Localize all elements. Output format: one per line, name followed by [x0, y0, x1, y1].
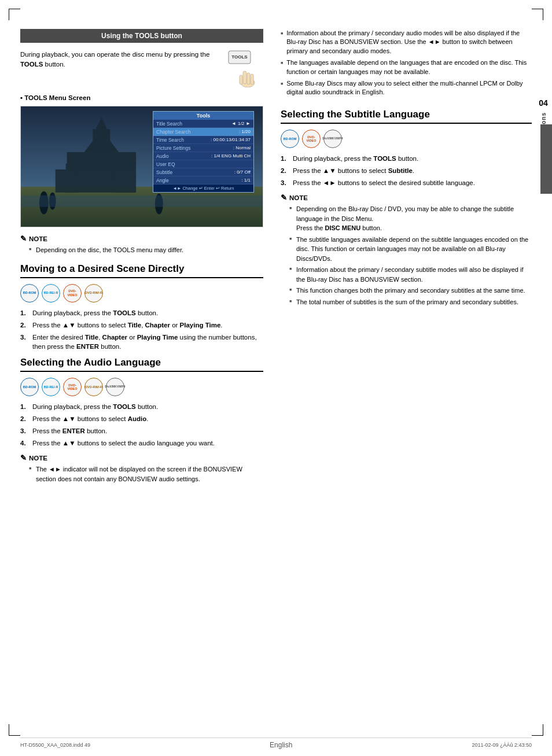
subtitle-note-text-1: Depending on the Blu-ray Disc / DVD, you… — [296, 205, 514, 231]
step-num-3: 3. — [20, 333, 30, 351]
audio-note-content: The ◄► indicator will not be displayed o… — [20, 464, 263, 484]
badge-dvd-video-moving: DVD-VIDEO — [63, 284, 82, 303]
audio-steps: 1. During playback, press the TOOLS butt… — [20, 402, 263, 448]
right-bullet-2: ■ The languages available depend on the … — [281, 58, 532, 76]
tools-note-header: ✎ NOTE — [20, 234, 263, 243]
row-label-picture: Picture Settings — [156, 145, 197, 151]
right-top-bullets: ■ Information about the primary / second… — [281, 29, 532, 97]
tools-menu-row-usereq: User EQ — [153, 160, 253, 168]
step-content-3: Enter the desired Title, Chapter or Play… — [32, 333, 263, 351]
tools-intro-para: During playback, you can operate the dis… — [20, 51, 209, 68]
right-bullet-1: ■ Information about the primary / second… — [281, 29, 532, 56]
subtitle-note-item-1: Depending on the Blu-ray Disc / DVD, you… — [289, 204, 532, 233]
badge-other-audio: DivX/MKV/MP4 — [106, 378, 124, 396]
audio-step-num-2: 2. — [20, 414, 30, 423]
row-value-title-search: ◄ 1/2 ► — [231, 121, 251, 126]
menu-screen-label: TOOLS Menu Screen — [20, 94, 263, 101]
subtitle-note-content: Depending on the Blu-ray Disc / DVD, you… — [281, 204, 532, 307]
right-bullet-3: ■ Some Blu-ray Discs may allow you to se… — [281, 79, 532, 97]
row-label-chapter-search: Chapter Search — [156, 129, 197, 135]
subtitle-note-section: ✎ NOTE Depending on the Blu-ray Disc / D… — [281, 193, 532, 307]
subtitle-section-heading: Selecting the Subtitle Language — [281, 109, 532, 124]
tools-menu-overlay: Tools Title Search ◄ 1/2 ► Chapter Searc… — [153, 111, 254, 193]
tools-menu-row-audio: Audio : 1/4 ENG Multi CH — [153, 152, 253, 160]
page-container: 04 Basic Functions Using the TOOLS butto… — [0, 0, 552, 756]
audio-badges: BD-ROM BD-RE/-R DVD-VIDEO DVD-RW/-R DivX… — [20, 378, 263, 396]
subtitle-step-content-2: Press the ▲▼ buttons to select Subtitle. — [293, 166, 532, 175]
badge-dvd-video-audio: DVD-VIDEO — [63, 378, 82, 396]
corner-mark-br — [532, 724, 543, 736]
tools-menu-row-subtitle: Subtitle : 0/7 Off — [153, 168, 253, 176]
audio-note-label: NOTE — [29, 455, 47, 462]
row-value-time-search: : 00:00:13/01:34:37 — [211, 137, 251, 142]
svg-rect-14 — [114, 164, 126, 193]
svg-rect-20 — [21, 196, 263, 207]
subtitle-note-text-2: The subtitle languages available depend … — [296, 236, 528, 262]
tools-button-icon: TOOLS — [226, 50, 263, 87]
subtitle-step-1: 1. During playback, press the TOOLS butt… — [281, 154, 532, 163]
audio-note-icon: ✎ — [20, 453, 27, 462]
audio-note-item-1: The ◄► indicator will not be displayed o… — [29, 464, 263, 484]
badge-dvd-rw-audio: DVD-RW/-R — [84, 378, 103, 396]
subtitle-note-label: NOTE — [289, 194, 308, 201]
page-footer: HT-D5500_XAA_0208.indd 49 English 2011-0… — [20, 737, 532, 749]
row-label-angle: Angle — [156, 178, 197, 183]
tools-note-label: NOTE — [29, 235, 47, 242]
arrow-right: ► — [246, 121, 251, 126]
footer-language: English — [270, 741, 292, 749]
corner-mark-tr — [532, 9, 543, 20]
tools-header: Using the TOOLS button — [20, 29, 263, 43]
right-bullet-text-3: Some Blu-ray Discs may allow you to sele… — [286, 79, 532, 97]
tools-menu-title: Tools — [153, 112, 253, 120]
subtitle-note-item-3: Information about the primary / secondar… — [289, 265, 532, 284]
svg-rect-11 — [93, 129, 110, 155]
badge-bd-rom-subtitle: BD-ROM — [281, 130, 299, 148]
moving-step-2: 2. Press the ▲▼ buttons to select Title,… — [20, 320, 263, 330]
note-icon: ✎ — [20, 234, 27, 243]
step-content-2: Press the ▲▼ buttons to select Title, Ch… — [32, 320, 263, 330]
badge-dvd-rw-moving: DVD-RW/-R — [84, 284, 103, 303]
audio-note-header: ✎ NOTE — [20, 453, 263, 462]
right-bullet-text-2: The languages available depend on the la… — [286, 58, 532, 76]
tools-menu-row-title-search: Title Search ◄ 1/2 ► — [153, 120, 253, 128]
corner-mark-tl — [9, 9, 20, 20]
bullet-icon-3: ■ — [281, 81, 283, 87]
step-num-1: 1. — [20, 308, 30, 318]
audio-step-num-3: 3. — [20, 426, 30, 436]
left-column: Using the TOOLS button During playback, … — [20, 29, 263, 492]
content-wrapper: Using the TOOLS button During playback, … — [0, 17, 552, 503]
tools-button-svg: TOOLS — [226, 50, 260, 87]
row-value-audio: : 1/4 ENG Multi CH — [211, 153, 251, 158]
subtitle-note-item-2: The subtitle languages available depend … — [289, 235, 532, 264]
svg-rect-3 — [243, 71, 246, 84]
tools-menu-row-time-search: Time Search : 00:00:13/01:34:37 — [153, 136, 253, 144]
row-label-usereq: User EQ — [156, 161, 197, 167]
row-value-chapter-search: : 1/20 — [239, 129, 251, 134]
audio-step-content-4: Press the ▲▼ buttons to select the audio… — [32, 438, 263, 448]
svg-rect-4 — [247, 73, 250, 84]
right-bullet-text-1: Information about the primary / secondar… — [286, 29, 532, 56]
tools-menu-row-angle: Angle : 1/1 — [153, 176, 253, 185]
audio-step-num-4: 4. — [20, 438, 30, 448]
audio-step-content-3: Press the ENTER button. — [32, 426, 263, 436]
audio-section-heading: Selecting the Audio Language — [20, 357, 263, 372]
badge-bd-re-audio: BD-RE/-R — [42, 378, 60, 396]
tools-note-content: Depending on the disc, the TOOLS menu ma… — [20, 245, 263, 255]
subtitle-step-2: 2. Press the ▲▼ buttons to select Subtit… — [281, 166, 532, 175]
subtitle-badges: BD-ROM DVD-VIDEO DivX/MKV/MP4 — [281, 130, 532, 148]
tools-menu-row-chapter-search: Chapter Search : 1/20 — [153, 128, 253, 136]
audio-note-section: ✎ NOTE The ◄► indicator will not be disp… — [20, 453, 263, 484]
subtitle-step-content-3: Press the ◄► buttons to select the desir… — [293, 178, 532, 187]
audio-step-content-1: During playback, press the TOOLS button. — [32, 402, 263, 411]
moving-step-3: 3. Enter the desired Title, Chapter or P… — [20, 333, 263, 351]
step-num-2: 2. — [20, 320, 30, 330]
row-value-subtitle: : 0/7 Off — [234, 169, 251, 175]
bullet-icon-1: ■ — [281, 31, 283, 36]
badge-other-subtitle: DivX/MKV/MP4 — [323, 130, 342, 148]
badge-dvd-video-subtitle: DVD-VIDEO — [302, 130, 321, 148]
svg-rect-13 — [66, 164, 78, 193]
audio-step-num-1: 1. — [20, 402, 30, 411]
chapter-side-tab: 04 Basic Functions — [535, 93, 552, 165]
audio-step-4: 4. Press the ▲▼ buttons to select the au… — [20, 438, 263, 448]
subtitle-note-text-5: The total number of subtitles is the sum… — [296, 298, 518, 305]
